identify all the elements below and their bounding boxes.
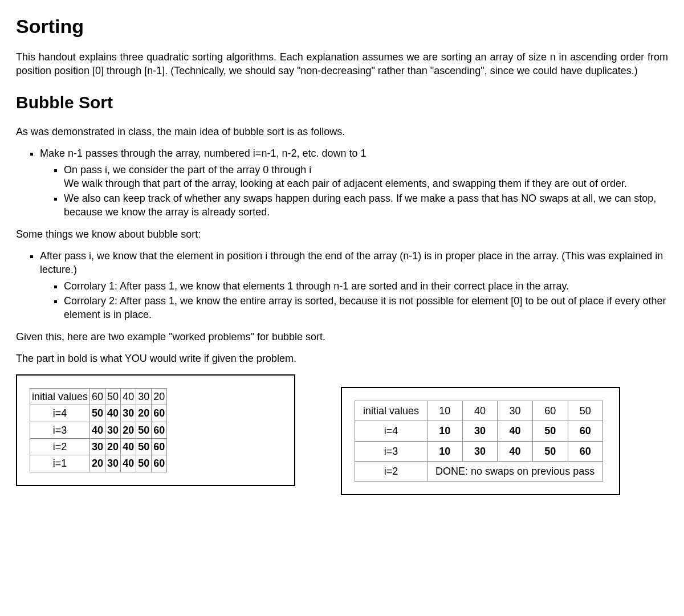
- list-item: We also can keep track of whether any sw…: [64, 191, 668, 219]
- table-cell: 50: [136, 439, 152, 455]
- table-row: i=2 30 20 40 50 60: [30, 439, 167, 455]
- list-item-text: On pass i, we consider the part of the a…: [64, 164, 311, 176]
- row-label: i=4: [30, 405, 90, 422]
- table-cell: 30: [105, 422, 121, 438]
- table-cell: 40: [121, 455, 136, 472]
- list-item-text: Corrolary 2: After pass 1, we know the e…: [64, 295, 666, 320]
- bubble-sort-heading: Bubble Sort: [16, 91, 668, 115]
- table-cell: 60: [152, 439, 167, 455]
- table-cell: 10: [427, 441, 463, 461]
- list-item: After pass i, we know that the element i…: [40, 249, 668, 321]
- list-item-text: We also can keep track of whether any sw…: [64, 193, 656, 218]
- list-item: Corrolary 2: After pass 1, we know the e…: [64, 294, 668, 322]
- example-table-right-wrap: initial values 10 40 30 60 50 i=4 10 30 …: [341, 387, 620, 495]
- list-item: Corrolary 1: After pass 1, we know that …: [64, 279, 668, 293]
- table-row: i=3 10 30 40 50 60: [355, 441, 603, 461]
- table-cell: 50: [532, 421, 568, 441]
- intro-paragraph: This handout explains three quadratic so…: [16, 50, 668, 78]
- table-cell: 40: [498, 441, 533, 461]
- list-item-text: Corrolary 1: After pass 1, we know that …: [64, 280, 569, 292]
- bubble-know-paragraph: Some things we know about bubble sort:: [16, 227, 668, 241]
- table-cell: 60: [152, 422, 167, 438]
- table-cell: 50: [136, 422, 152, 438]
- row-label: i=4: [355, 421, 427, 441]
- table-cell: 60: [532, 401, 568, 421]
- table-row: i=2 DONE: no swaps on previous pass: [355, 462, 603, 482]
- table-row: i=1 20 30 40 50 60: [30, 455, 167, 472]
- table-cell: 20: [121, 422, 136, 438]
- done-cell: DONE: no swaps on previous pass: [427, 462, 603, 482]
- examples-intro-paragraph: Given this, here are two example "worked…: [16, 330, 668, 344]
- table-cell: 50: [568, 401, 603, 421]
- table-cell: 20: [152, 389, 167, 405]
- table-row: i=3 40 30 20 50 60: [30, 422, 167, 438]
- table-cell: 30: [462, 421, 498, 441]
- table-cell: 40: [90, 422, 105, 438]
- list-item-text: Make n-1 passes through the array, numbe…: [40, 148, 366, 159]
- table-cell: 60: [152, 405, 167, 422]
- bubble-intro-paragraph: As was demonstrated in class, the main i…: [16, 125, 668, 138]
- table-row: initial values 10 40 30 60 50: [355, 401, 603, 421]
- table-row: i=4 10 30 40 50 60: [355, 421, 603, 441]
- table-cell: 20: [136, 405, 152, 422]
- bold-note-paragraph: The part in bold is what YOU would write…: [16, 352, 668, 365]
- table-cell: 60: [568, 421, 603, 441]
- list-item-text: We walk through that part of the array, …: [64, 178, 627, 189]
- bubble-algorithm-list: Make n-1 passes through the array, numbe…: [16, 146, 668, 219]
- table-cell: 10: [427, 401, 463, 421]
- list-item: Make n-1 passes through the array, numbe…: [40, 146, 668, 219]
- page-title: Sorting: [16, 14, 668, 40]
- table-cell: 40: [498, 421, 533, 441]
- row-label: initial values: [30, 389, 90, 405]
- table-cell: 20: [105, 439, 121, 455]
- row-label: i=1: [30, 455, 90, 472]
- table-cell: 30: [121, 405, 136, 422]
- examples-row: initial values 60 50 40 30 20 i=4 50 40 …: [16, 374, 668, 495]
- bubble-properties-list: After pass i, we know that the element i…: [16, 249, 668, 321]
- table-cell: 40: [121, 439, 136, 455]
- table-cell: 50: [136, 455, 152, 472]
- list-item-text: After pass i, we know that the element i…: [40, 250, 663, 275]
- table-cell: 30: [105, 455, 121, 472]
- row-label: i=3: [30, 422, 90, 438]
- table-row: initial values 60 50 40 30 20: [30, 389, 167, 405]
- table-cell: 30: [498, 401, 533, 421]
- example-table-left-wrap: initial values 60 50 40 30 20 i=4 50 40 …: [16, 374, 295, 486]
- table-cell: 60: [568, 441, 603, 461]
- table-cell: 50: [90, 405, 105, 422]
- example-table-left: initial values 60 50 40 30 20 i=4 50 40 …: [30, 388, 167, 472]
- row-label: i=3: [355, 441, 427, 461]
- row-label: i=2: [30, 439, 90, 455]
- table-cell: 60: [152, 455, 167, 472]
- list-item: On pass i, we consider the part of the a…: [64, 163, 668, 191]
- table-row: i=4 50 40 30 20 60: [30, 405, 167, 422]
- table-cell: 40: [462, 401, 498, 421]
- table-cell: 30: [90, 439, 105, 455]
- example-table-right: initial values 10 40 30 60 50 i=4 10 30 …: [355, 401, 603, 482]
- table-cell: 30: [462, 441, 498, 461]
- table-cell: 40: [105, 405, 121, 422]
- table-cell: 60: [90, 389, 105, 405]
- table-cell: 10: [427, 421, 463, 441]
- table-cell: 50: [105, 389, 121, 405]
- row-label: initial values: [355, 401, 427, 421]
- table-cell: 40: [121, 389, 136, 405]
- table-cell: 50: [532, 441, 568, 461]
- row-label: i=2: [355, 462, 427, 482]
- table-cell: 30: [136, 389, 152, 405]
- table-cell: 20: [90, 455, 105, 472]
